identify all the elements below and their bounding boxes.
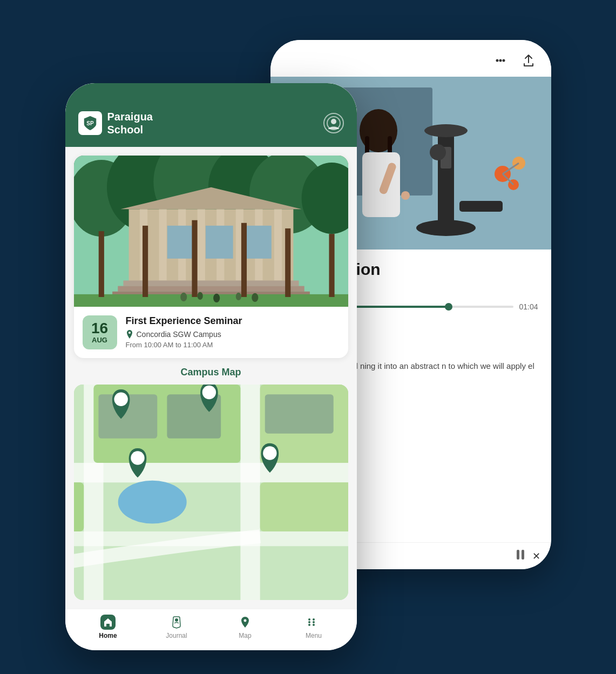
svg-point-58 bbox=[180, 293, 187, 301]
event-details: First Experience Seminar Concordia SGW C… bbox=[126, 315, 340, 349]
svg-point-79 bbox=[118, 481, 186, 524]
nav-map[interactable]: Map bbox=[229, 615, 261, 639]
date-day: 16 bbox=[90, 321, 110, 336]
svg-point-60 bbox=[213, 294, 220, 302]
event-image bbox=[74, 156, 348, 307]
svg-point-87 bbox=[263, 446, 276, 460]
map-section: Campus Map bbox=[74, 367, 348, 600]
svg-rect-30 bbox=[522, 550, 524, 560]
location-pin-icon bbox=[126, 330, 133, 339]
share-icon[interactable] bbox=[519, 51, 538, 70]
svg-point-93 bbox=[313, 621, 315, 623]
svg-rect-20 bbox=[459, 201, 503, 212]
svg-rect-82 bbox=[265, 394, 333, 434]
bottom-nav: Home Journal bbox=[65, 609, 357, 650]
svg-rect-29 bbox=[517, 550, 519, 560]
nav-journal-label: Journal bbox=[166, 632, 187, 639]
nav-menu-label: Menu bbox=[306, 632, 322, 639]
date-month: AUG bbox=[90, 336, 110, 344]
svg-point-0 bbox=[496, 59, 498, 62]
svg-rect-64 bbox=[143, 226, 148, 297]
mini-pause-button[interactable] bbox=[516, 549, 526, 563]
nav-home-label: Home bbox=[99, 632, 117, 639]
mini-player-controls: ✕ bbox=[516, 549, 540, 563]
svg-rect-55 bbox=[205, 226, 233, 259]
home-icon bbox=[100, 615, 116, 630]
mini-close-button[interactable]: ✕ bbox=[532, 550, 540, 562]
svg-rect-56 bbox=[243, 226, 271, 259]
svg-point-89 bbox=[308, 618, 310, 621]
journal-icon bbox=[169, 615, 184, 630]
svg-point-94 bbox=[313, 624, 315, 626]
svg-rect-78 bbox=[260, 482, 348, 531]
svg-point-17 bbox=[416, 220, 476, 236]
svg-rect-43 bbox=[159, 209, 166, 280]
chat-icon[interactable] bbox=[491, 51, 510, 70]
svg-rect-54 bbox=[167, 226, 194, 259]
svg-point-61 bbox=[235, 293, 241, 300]
svg-point-62 bbox=[252, 293, 258, 302]
back-header bbox=[270, 40, 551, 77]
phones-container: presentation 3/2023 01:04 bbox=[65, 40, 551, 634]
svg-rect-63 bbox=[98, 231, 104, 297]
svg-point-86 bbox=[131, 451, 144, 464]
event-date-badge: 16 AUG bbox=[83, 315, 117, 349]
svg-rect-68 bbox=[329, 234, 334, 297]
svg-rect-45 bbox=[197, 209, 205, 280]
logo-area: SP Paraigua School bbox=[78, 110, 153, 136]
section-title: Campus Map bbox=[74, 367, 348, 378]
logo-shield: SP bbox=[78, 111, 102, 135]
svg-point-59 bbox=[197, 292, 202, 300]
svg-rect-70 bbox=[74, 463, 348, 482]
svg-point-16 bbox=[424, 124, 468, 137]
event-time: From 10:00 AM to 11:00 AM bbox=[126, 341, 340, 349]
event-location: Concordia SGW Campus bbox=[126, 330, 340, 339]
svg-point-32 bbox=[331, 119, 336, 124]
nav-home[interactable]: Home bbox=[92, 615, 124, 639]
app-title: Paraigua School bbox=[107, 110, 153, 136]
app-header: SP Paraigua School bbox=[65, 83, 357, 147]
map-container[interactable] bbox=[74, 385, 348, 600]
svg-point-91 bbox=[308, 624, 310, 626]
svg-rect-67 bbox=[285, 228, 290, 297]
svg-rect-57 bbox=[74, 294, 348, 307]
svg-point-2 bbox=[502, 59, 505, 62]
nav-menu[interactable]: Menu bbox=[297, 615, 330, 639]
svg-point-84 bbox=[114, 393, 127, 406]
svg-rect-65 bbox=[192, 220, 197, 297]
progress-time: 01:04 bbox=[519, 302, 538, 311]
menu-icon bbox=[306, 615, 321, 630]
avatar-icon[interactable] bbox=[323, 113, 344, 133]
svg-point-92 bbox=[313, 618, 315, 621]
svg-point-90 bbox=[308, 621, 310, 623]
app-content: 16 AUG First Experience Seminar Concordi… bbox=[65, 147, 357, 609]
svg-rect-49 bbox=[274, 209, 281, 280]
svg-point-14 bbox=[401, 191, 410, 200]
svg-point-1 bbox=[499, 59, 502, 62]
map-icon bbox=[238, 615, 253, 630]
svg-point-85 bbox=[202, 386, 215, 399]
svg-rect-73 bbox=[240, 385, 260, 600]
svg-rect-51 bbox=[123, 280, 299, 286]
svg-text:SP: SP bbox=[86, 120, 94, 126]
event-title: First Experience Seminar bbox=[126, 315, 340, 327]
event-info: 16 AUG First Experience Seminar Concordi… bbox=[74, 307, 348, 358]
svg-rect-66 bbox=[241, 223, 246, 297]
svg-point-19 bbox=[430, 144, 446, 160]
svg-rect-77 bbox=[74, 482, 84, 531]
nav-journal[interactable]: Journal bbox=[160, 615, 193, 639]
event-card: 16 AUG First Experience Seminar Concordi… bbox=[74, 156, 348, 358]
phone-front: SP Paraigua School bbox=[65, 83, 357, 650]
nav-map-label: Map bbox=[239, 632, 251, 639]
progress-thumb bbox=[445, 303, 452, 311]
svg-point-88 bbox=[175, 618, 178, 622]
